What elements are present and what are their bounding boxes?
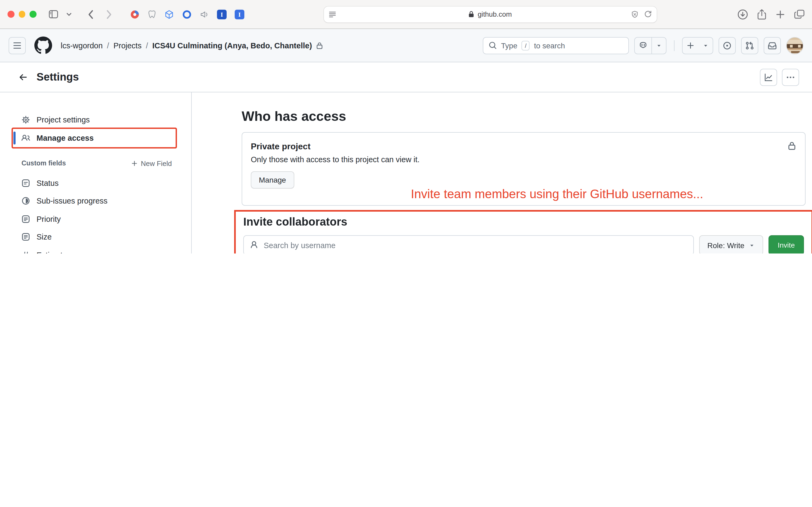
sidebar-item-label: Project settings [37,115,90,124]
sidebar-item-estimate[interactable]: Estimate [13,246,176,253]
letter-i-alt-extension-icon[interactable]: I [234,9,244,19]
copilot-chevron[interactable] [652,37,666,53]
tooth-extension-icon[interactable] [148,9,156,19]
single-select-icon [21,179,30,187]
forward-button[interactable] [103,7,115,22]
invite-collaborators-heading: Invite collaborators [243,215,804,228]
extension-buttons: I I [130,9,244,19]
tab-overview-icon[interactable] [794,10,805,19]
share-icon[interactable] [757,9,766,19]
zoom-window-button[interactable] [30,11,36,18]
progress-circle-icon [21,197,30,206]
global-nav-menu-button[interactable] [9,37,26,54]
invite-collaborators-annotation-box: Invite collaborators Role: Write Invite [234,210,812,253]
more-options-button[interactable] [782,68,799,86]
safari-window: I I github.com [0,0,812,253]
pull-requests-button[interactable] [741,37,758,54]
sidebar-toggle-button[interactable] [46,7,60,22]
reader-icon[interactable] [329,11,336,17]
git-pull-request-icon [745,41,754,50]
browser-toolbar: I I github.com [0,0,812,29]
ring-extension-icon[interactable] [182,9,191,19]
minimize-window-button[interactable] [18,11,25,18]
page-title: Settings [37,71,79,83]
sidebar-chevron-button[interactable] [64,7,74,22]
global-search-input[interactable]: Type / to search [483,37,629,54]
sidebar-item-label: Manage access [37,134,94,142]
inbox-button[interactable] [764,37,781,54]
manage-visibility-button[interactable]: Manage [251,171,294,188]
person-icon [250,241,258,249]
sidebar-item-size[interactable]: Size [13,228,176,246]
arrow-left-icon [18,72,28,82]
back-button[interactable] [84,7,96,22]
speaker-extension-icon[interactable] [199,10,209,18]
number-icon [21,251,30,254]
sidebar-icon [49,10,58,18]
forward-arrow-icon [106,9,112,19]
sidebar-item-label: Sub-issues progress [37,197,107,206]
create-chevron[interactable] [699,37,713,53]
github-header: lcs-wgordon / Projects / ICS4U Culminati… [0,29,812,62]
sidebar-item-project-settings[interactable]: Project settings [13,111,176,129]
close-window-button[interactable] [7,11,14,18]
sidebar-item-label: Status [37,179,59,187]
who-has-access-heading: Who has access [242,109,806,124]
settings-title-bar: Settings [0,62,812,92]
issue-opened-icon [723,41,732,50]
user-avatar[interactable] [786,37,803,54]
breadcrumb: lcs-wgordon / Projects / ICS4U Culminati… [61,41,323,50]
note-icon [21,233,30,241]
private-project-title: Private project [251,142,797,152]
reload-icon[interactable] [644,10,652,18]
pie-chart-extension-icon[interactable] [130,9,139,19]
address-bar[interactable]: github.com [324,6,657,22]
sidebar-item-label: Estimate [37,251,67,254]
custom-fields-list: Status Sub-issues progress Priority Size… [13,174,191,253]
new-tab-icon[interactable] [775,9,785,19]
downloads-icon[interactable] [737,9,748,19]
svg-text:I: I [238,11,241,18]
search-icon [489,41,497,49]
sidebar-item-manage-access[interactable]: Manage access [13,129,176,147]
github-logo-icon[interactable] [35,37,52,54]
inbox-icon [768,41,776,50]
invite-username-input[interactable] [243,235,694,253]
sidebar-item-priority[interactable]: Priority [13,210,176,228]
custom-fields-label: Custom fields [21,160,66,167]
cube-extension-icon[interactable] [164,9,174,19]
privacy-shield-icon[interactable] [631,10,639,18]
insights-button[interactable] [760,68,777,86]
annotation-note: Invite team members using their GitHub u… [411,187,703,202]
plus-icon [131,160,138,167]
slash-keycap: / [522,41,530,50]
kebab-horizontal-icon [786,73,795,81]
graph-icon [764,73,773,81]
people-icon [21,134,30,142]
padlock-icon [469,11,474,18]
sidebar-item-label: Priority [37,215,61,223]
create-new-button[interactable] [682,37,713,54]
lock-icon [787,141,797,150]
breadcrumb-projects[interactable]: Projects [113,41,141,50]
triangle-down-icon [749,242,755,248]
sidebar-item-sub-issues-progress[interactable]: Sub-issues progress [13,192,176,210]
sidebar-item-label: Size [37,233,52,241]
breadcrumb-owner[interactable]: lcs-wgordon [61,41,103,50]
invite-role-dropdown[interactable]: Role: Write [699,235,763,253]
back-to-project-button[interactable] [18,72,28,82]
invite-button[interactable]: Invite [768,235,804,253]
copilot-button[interactable] [634,37,666,54]
breadcrumb-project-name[interactable]: ICS4U Culminating (Anya, Bedo, Chantelle… [152,41,323,50]
note-icon [21,215,30,223]
private-project-card: Private project Only those with access t… [242,132,806,206]
sidebar-item-status[interactable]: Status [13,174,176,192]
url-text: github.com [324,6,657,22]
custom-fields-header: Custom fields New Field [13,157,172,170]
copilot-icon [635,37,651,53]
letter-i-extension-icon[interactable]: I [217,9,226,19]
traffic-lights [7,11,36,18]
new-field-button[interactable]: New Field [131,159,172,167]
issues-button[interactable] [718,37,736,54]
divider [674,40,675,51]
